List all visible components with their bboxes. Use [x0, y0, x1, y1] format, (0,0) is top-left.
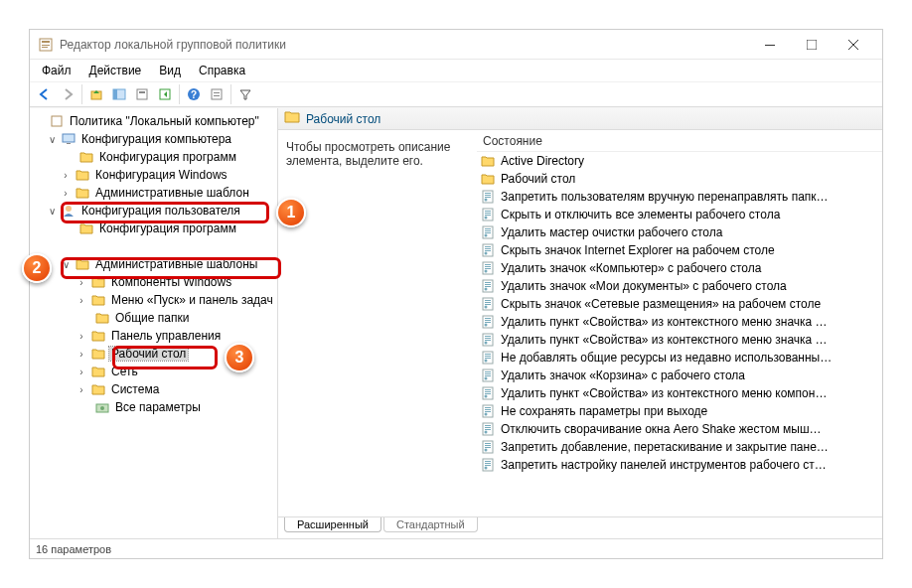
svg-rect-33 — [485, 215, 491, 216]
policy-icon — [49, 114, 65, 128]
svg-rect-31 — [485, 211, 491, 212]
up-button[interactable] — [85, 83, 107, 105]
list-item[interactable]: Active Directory — [477, 152, 882, 170]
list-item[interactable]: Запретить настройку панелей инструментов… — [477, 456, 882, 474]
svg-rect-41 — [485, 246, 491, 247]
minimize-button[interactable] — [749, 31, 791, 59]
svg-point-59 — [485, 306, 488, 309]
tree-comp-software[interactable]: Конфигурация программ — [32, 148, 275, 166]
list-item[interactable]: Запретить пользователям вручную перенапр… — [477, 188, 882, 206]
list-item[interactable]: Отключить сворачивание окна Aero Shake ж… — [477, 420, 882, 438]
svg-rect-91 — [485, 425, 491, 426]
svg-point-89 — [485, 413, 488, 416]
list-item[interactable]: Удалить пункт «Свойства» из контекстного… — [477, 313, 882, 331]
export-button[interactable] — [154, 83, 176, 105]
svg-point-54 — [485, 288, 488, 291]
tree-user-software[interactable]: Конфигурация программ — [32, 220, 275, 237]
menu-file[interactable]: Файл — [34, 62, 79, 79]
folder-icon — [75, 168, 90, 182]
settings-list[interactable]: Active DirectoryРабочий столЗапретить по… — [477, 152, 882, 516]
forward-button[interactable] — [57, 83, 78, 105]
list-item[interactable]: Скрыть значок Internet Explorer на рабоч… — [477, 241, 882, 259]
tree-shared-folders[interactable]: Общие папки — [32, 309, 275, 327]
content: Политика "Локальный компьютер" ∨Конфигур… — [30, 107, 882, 538]
column-header[interactable]: Состояние — [477, 130, 882, 152]
svg-rect-12 — [139, 91, 145, 93]
tree-comp-admin[interactable]: ›Административные шаблон — [32, 184, 275, 202]
menu-help[interactable]: Справка — [191, 62, 253, 79]
list-item[interactable]: Удалить значок «Компьютер» с рабочего ст… — [477, 259, 882, 277]
svg-rect-102 — [485, 463, 491, 464]
tree-user-config[interactable]: ∨Конфигурация пользователя — [32, 202, 275, 220]
close-button[interactable] — [833, 31, 874, 59]
tree-root[interactable]: Политика "Локальный компьютер" — [32, 112, 275, 130]
tree-user-admin[interactable]: ∨Административные шаблоны — [32, 255, 275, 273]
toolbar: ? — [30, 81, 882, 107]
svg-rect-36 — [485, 228, 491, 229]
folder-icon — [94, 311, 110, 325]
properties-button[interactable] — [131, 83, 153, 105]
svg-rect-10 — [113, 89, 117, 99]
help-button[interactable]: ? — [183, 83, 205, 105]
list-item-label: Удалить значок «Мои документы» с рабочег… — [501, 279, 787, 293]
svg-rect-73 — [485, 358, 491, 359]
app-icon — [38, 37, 54, 53]
setting-icon — [481, 297, 497, 311]
svg-rect-46 — [485, 264, 491, 265]
svg-rect-66 — [485, 336, 491, 337]
svg-rect-63 — [485, 322, 491, 323]
list-item[interactable]: Скрыть и отключить все элементы рабочего… — [477, 206, 882, 223]
list-item[interactable]: Удалить мастер очистки рабочего стола — [477, 223, 882, 241]
description-panel: Чтобы просмотреть описание элемента, выд… — [278, 130, 477, 516]
tab-standard[interactable]: Стандартный — [383, 517, 478, 532]
setting-icon — [481, 333, 497, 347]
status-text: 16 параметров — [36, 543, 111, 555]
list-item[interactable]: Рабочий стол — [477, 170, 882, 188]
tree-win-components[interactable]: ›Компоненты Windows — [32, 273, 275, 291]
pane-header: Рабочий стол — [278, 108, 882, 130]
svg-rect-98 — [485, 447, 491, 448]
svg-rect-83 — [485, 393, 491, 394]
setting-icon — [481, 404, 497, 418]
list-item[interactable]: Скрыть значок «Сетевые размещения» на ра… — [477, 295, 882, 313]
list-item[interactable]: Удалить пункт «Свойства» из контекстного… — [477, 331, 882, 349]
menu-action[interactable]: Действие — [81, 62, 150, 79]
svg-rect-5 — [807, 40, 817, 50]
svg-rect-16 — [212, 89, 222, 99]
pane-title: Рабочий стол — [306, 112, 380, 126]
svg-rect-87 — [485, 409, 491, 410]
svg-rect-92 — [485, 427, 491, 428]
svg-rect-11 — [137, 89, 147, 99]
list-item[interactable]: Не добавлять общие ресурсы из недавно ис… — [477, 349, 882, 367]
list-item[interactable]: Удалить значок «Корзина» с рабочего стол… — [477, 367, 882, 384]
list-item-label: Удалить значок «Компьютер» с рабочего ст… — [501, 261, 761, 275]
svg-point-44 — [485, 252, 488, 255]
tree-comp-config[interactable]: ∨Конфигурация компьютера — [32, 130, 275, 148]
tab-extended[interactable]: Расширенный — [284, 517, 381, 532]
filter-button[interactable] — [234, 83, 256, 105]
list-item[interactable]: Не сохранять параметры при выходе — [477, 402, 882, 420]
options-button[interactable] — [206, 83, 228, 105]
list-item-label: Скрыть значок Internet Explorer на рабоч… — [501, 243, 775, 257]
setting-icon — [481, 261, 497, 275]
maximize-button[interactable] — [791, 31, 833, 59]
svg-rect-61 — [485, 318, 491, 319]
list-item[interactable]: Удалить пункт «Свойства» из контекстного… — [477, 384, 882, 402]
show-hide-tree-button[interactable] — [108, 83, 130, 105]
svg-rect-67 — [485, 338, 491, 339]
svg-rect-86 — [485, 407, 491, 408]
tree-pane[interactable]: Политика "Локальный компьютер" ∨Конфигур… — [30, 108, 278, 538]
tree-all-settings[interactable]: Все параметры — [32, 398, 275, 416]
menu-view[interactable]: Вид — [151, 62, 189, 79]
svg-rect-56 — [485, 300, 491, 301]
svg-rect-88 — [485, 411, 491, 412]
folder-icon — [90, 275, 106, 289]
svg-rect-96 — [485, 443, 491, 444]
list-item[interactable]: Удалить значок «Мои документы» с рабочег… — [477, 277, 882, 295]
tree-comp-windows[interactable]: ›Конфигурация Windows — [32, 166, 275, 184]
tree-system[interactable]: ›Система — [32, 380, 275, 398]
list-item[interactable]: Запретить добавление, перетаскивание и з… — [477, 438, 882, 456]
list-item-label: Удалить мастер очистки рабочего стола — [501, 225, 722, 239]
tree-start-taskbar[interactable]: ›Меню «Пуск» и панель задач — [32, 291, 275, 309]
back-button[interactable] — [34, 83, 56, 105]
